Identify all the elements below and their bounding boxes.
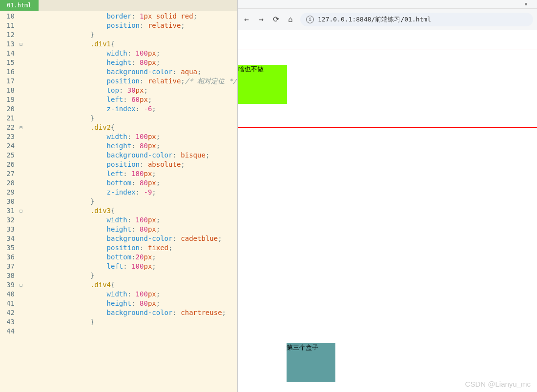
code-editor-pane: 01.html 10111213141516171819202122232425…	[0, 0, 237, 392]
outer-container: 第二个盒子 第一个盒子 啥也不做	[238, 50, 537, 128]
browser-toolbar: ← → ⟳ ⌂ i 127.0.0.1:8848/前端练习/01.html	[238, 9, 537, 30]
fold-column: ⊟⊟⊟⊟	[18, 11, 24, 336]
editor-tab-active[interactable]: 01.html	[0, 0, 39, 11]
code-area[interactable]: 1011121314151617181920212223242526272829…	[0, 11, 237, 336]
editor-tabbar: 01.html	[0, 0, 237, 11]
site-info-icon[interactable]: i	[306, 16, 314, 23]
home-icon[interactable]: ⌂	[286, 15, 295, 24]
forward-icon[interactable]: →	[256, 15, 266, 24]
address-bar[interactable]: i 127.0.0.1:8848/前端练习/01.html	[300, 13, 533, 26]
back-icon[interactable]: ←	[242, 15, 251, 24]
box-div2: 第二个盒子	[326, 49, 375, 88]
url-text: 127.0.0.1:8848/前端练习/01.html	[318, 15, 431, 24]
box-div4: 啥也不做	[238, 65, 287, 104]
box-div3: 第三个盒子	[287, 343, 335, 382]
rendered-page: 第二个盒子 第一个盒子 啥也不做 第三个盒子 CSDN @Lianyu_mc	[238, 30, 537, 392]
watermark-text: CSDN @Lianyu_mc	[465, 380, 531, 388]
line-number-gutter: 1011121314151617181920212223242526272829…	[0, 11, 18, 336]
browser-tab-strip	[238, 0, 537, 9]
source-code[interactable]: border: 1px solid red; position: relativ…	[24, 11, 237, 336]
reload-icon[interactable]: ⟳	[271, 15, 281, 24]
window-control-dot	[525, 3, 527, 5]
browser-pane: ← → ⟳ ⌂ i 127.0.0.1:8848/前端练习/01.html 第二…	[237, 0, 537, 392]
